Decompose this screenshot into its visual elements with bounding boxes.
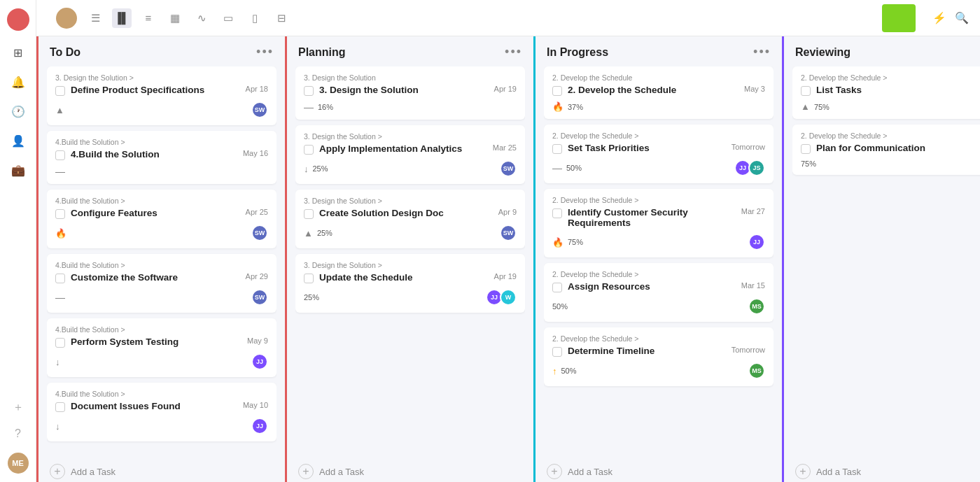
search-icon[interactable]: 🔍: [955, 11, 969, 24]
column-menu-planning[interactable]: •••: [505, 45, 522, 59]
card-progress: 50%: [552, 302, 568, 311]
card-title: Set Task Priorities: [568, 143, 726, 153]
card-checkbox[interactable]: [55, 338, 65, 348]
sidebar-icon-help[interactable]: ?: [10, 426, 26, 441]
card-title: Perform System Testing: [71, 336, 241, 347]
sidebar-icon-notifications[interactable]: 🔔: [10, 74, 26, 90]
card[interactable]: 3. Design the Solution > Apply Implement…: [295, 125, 525, 184]
card-checkbox[interactable]: [304, 274, 314, 283]
card-checkbox[interactable]: [304, 209, 314, 219]
card-progress: 75%: [568, 238, 583, 246]
card[interactable]: 2. Develop the Schedule > Set Task Prior…: [544, 125, 774, 183]
view-icon-board[interactable]: ▐▌: [112, 8, 132, 28]
view-icon-chart[interactable]: ∿: [192, 8, 211, 28]
card-title: 4.Build the Solution: [71, 149, 237, 160]
card-title-row: Document Issues Found May 10: [55, 401, 268, 412]
card[interactable]: 2. Develop the Schedule > Determine Time…: [544, 327, 774, 386]
view-icon-split[interactable]: ⊟: [272, 8, 291, 28]
add-task-plus-icon[interactable]: +: [795, 464, 811, 479]
view-icon-calendar[interactable]: ▭: [218, 8, 238, 28]
card-title: Plan for Communication: [816, 143, 980, 153]
card[interactable]: 2. Develop the Schedule > List Tasks ▲ 7…: [792, 66, 980, 119]
sidebar-icon-history[interactable]: 🕐: [10, 104, 26, 119]
card-breadcrumb: 4.Build the Solution >: [55, 325, 268, 334]
card-checkbox[interactable]: [304, 145, 314, 155]
avatar: W: [500, 289, 517, 306]
card-footer: 25% JJW: [304, 289, 517, 306]
sidebar-icon-projects[interactable]: 💼: [10, 162, 26, 178]
card-checkbox[interactable]: [552, 144, 562, 154]
sidebar-user-avatar[interactable]: ME: [8, 453, 29, 474]
card[interactable]: 4.Build the Solution > Customize the Sof…: [47, 254, 276, 313]
column-header-inprogress: In Progress •••: [544, 36, 774, 66]
card-checkbox[interactable]: [552, 86, 562, 96]
topbar-filter-icons: ⚡ 🔍: [932, 11, 969, 24]
card[interactable]: 3. Design the Solution > Create Solution…: [295, 190, 525, 248]
card[interactable]: 4.Build the Solution > Document Issues F…: [47, 383, 276, 441]
card-title-row: Define Product Specifications Apr 18: [55, 85, 268, 96]
sidebar-icon-users[interactable]: 👤: [10, 133, 26, 148]
sidebar-icon-add[interactable]: ＋: [10, 399, 26, 415]
avatar: SW: [251, 289, 268, 306]
card-date: Mar 15: [741, 281, 765, 290]
card[interactable]: 3. Design the Solution 3. Design the Sol…: [295, 66, 525, 120]
card-footer: — 50% JJJS: [552, 160, 765, 176]
card-title: Update the Schedule: [319, 272, 489, 283]
card[interactable]: 2. Develop the Schedule > Identify Custo…: [544, 189, 774, 257]
card-avatars: JJW: [489, 289, 517, 306]
card[interactable]: 3. Design the Solution > Update the Sche…: [295, 254, 525, 313]
app-logo[interactable]: [7, 8, 29, 31]
card-progress: 50%: [566, 164, 582, 172]
add-task-plus-icon[interactable]: +: [298, 464, 314, 479]
card-checkbox[interactable]: [801, 86, 811, 96]
card-checkbox[interactable]: [55, 150, 65, 160]
card[interactable]: 2. Develop the Schedule > Assign Resourc…: [544, 263, 774, 322]
add-task-plus-icon[interactable]: +: [50, 464, 65, 479]
card-title: Define Product Specifications: [71, 85, 240, 95]
view-icon-grid[interactable]: ▦: [165, 8, 185, 28]
add-task-plus-icon[interactable]: +: [547, 464, 562, 479]
card-breadcrumb: 3. Design the Solution >: [304, 132, 517, 141]
card-checkbox[interactable]: [801, 144, 811, 154]
add-task-row-todo[interactable]: + Add a Task: [47, 457, 276, 482]
card-checkbox[interactable]: [55, 209, 65, 219]
column-menu-inprogress[interactable]: •••: [753, 45, 771, 59]
priority-down-icon: ↓: [55, 357, 60, 367]
add-task-row-reviewing[interactable]: + Add a Task: [792, 457, 980, 482]
card[interactable]: 2. Develop the Schedule 2. Develop the S…: [544, 66, 774, 119]
view-icon-menu[interactable]: ☰: [85, 8, 105, 28]
add-task-row-planning[interactable]: + Add a Task: [295, 457, 525, 482]
card-footer: 75%: [801, 160, 980, 168]
card-progress: 16%: [318, 103, 333, 111]
sidebar-icon-home[interactable]: ⊞: [10, 45, 26, 60]
card-checkbox[interactable]: [55, 402, 65, 412]
trial-button[interactable]: [882, 4, 916, 32]
filter-icon[interactable]: ⚡: [932, 11, 946, 24]
card-footer: ↓ 25% SW: [304, 160, 517, 177]
add-task-row-inprogress[interactable]: + Add a Task: [544, 457, 774, 482]
card-footer: ↑ 50% MS: [552, 362, 765, 379]
card-date: Tomorrow: [732, 346, 765, 354]
card-checkbox[interactable]: [55, 274, 65, 283]
card-title: 2. Develop the Schedule: [568, 85, 738, 95]
card-title: Assign Resources: [568, 281, 736, 292]
topbar-user-avatar[interactable]: [56, 8, 77, 29]
card-checkbox[interactable]: [55, 86, 65, 96]
column-todo: To Do ••• 3. Design the Solution > Defin…: [36, 36, 285, 482]
priority-up-icon: ▲: [304, 228, 313, 239]
column-reviewing: Reviewing ••• 2. Develop the Schedule > …: [782, 36, 980, 482]
card[interactable]: 4.Build the Solution > Perform System Te…: [47, 318, 276, 377]
view-icon-doc[interactable]: ▯: [245, 8, 265, 28]
column-menu-todo[interactable]: •••: [256, 45, 274, 59]
card-avatars: JJ: [254, 353, 268, 370]
card-title: Determine Timeline: [568, 346, 726, 356]
card-checkbox[interactable]: [552, 347, 562, 357]
card[interactable]: 4.Build the Solution > Configure Feature…: [47, 190, 276, 248]
card[interactable]: 2. Develop the Schedule > Plan for Commu…: [792, 125, 980, 175]
card-checkbox[interactable]: [552, 208, 562, 218]
view-icon-list[interactable]: ≡: [139, 8, 158, 28]
card[interactable]: 3. Design the Solution > Define Product …: [47, 66, 276, 125]
card[interactable]: 4.Build the Solution > 4.Build the Solut…: [47, 131, 276, 184]
card-checkbox[interactable]: [552, 283, 562, 292]
card-checkbox[interactable]: [304, 86, 314, 96]
